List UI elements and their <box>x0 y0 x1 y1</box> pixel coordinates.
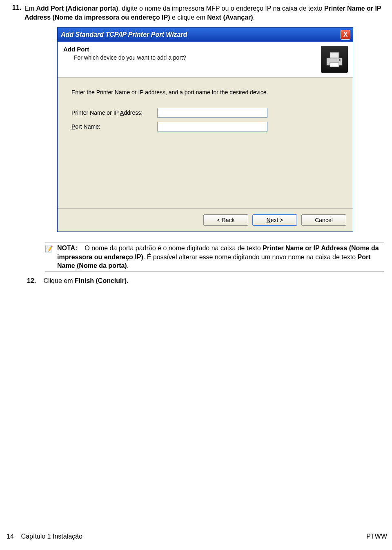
step-12: 12. Clique em Finish (Concluir). <box>27 277 388 285</box>
wizard-header-title: Add Port <box>63 46 347 53</box>
step-number: 12. <box>27 277 42 285</box>
field-printer-name: Printer Name or IP Address: <box>71 108 339 118</box>
wizard-header: Add Port For which device do you want to… <box>58 42 353 78</box>
note-icon: 📝 <box>45 244 57 270</box>
window-title: Add Standard TCP/IP Printer Port Wizard <box>61 31 187 38</box>
footer-right: PTWW <box>366 533 387 540</box>
cancel-button[interactable]: Cancel <box>301 214 346 226</box>
wizard-header-subtitle: For which device do you want to add a po… <box>74 54 347 61</box>
wizard-content: Enter the Printer Name or IP address, an… <box>58 78 353 208</box>
svg-point-3 <box>339 59 341 61</box>
port-name-input[interactable] <box>157 122 267 131</box>
next-button[interactable]: Next > <box>252 214 297 226</box>
port-name-label: Port Name: <box>71 123 157 130</box>
back-button[interactable]: < Back <box>203 214 248 226</box>
printer-icon <box>321 46 348 73</box>
titlebar: Add Standard TCP/IP Printer Port Wizard … <box>58 28 353 42</box>
printer-name-label: Printer Name or IP Address: <box>71 109 157 116</box>
page-footer: 14 Capítulo 1 Instalação PTWW <box>7 533 387 540</box>
footer-left: 14 Capítulo 1 Instalação <box>7 533 82 540</box>
step-11: 11. Em Add Port (Adicionar porta), digit… <box>4 4 388 22</box>
step-text: Em Add Port (Adicionar porta), digite o … <box>24 4 388 22</box>
note-block: 📝 NOTA: O nome da porta padrão é o nome … <box>45 243 384 272</box>
wizard-buttons: < Back Next > Cancel <box>58 208 353 232</box>
svg-rect-1 <box>330 52 339 58</box>
wizard-instruction: Enter the Printer Name or IP address, an… <box>71 89 339 96</box>
note-text: NOTA: O nome da porta padrão é o nome di… <box>57 244 384 270</box>
close-icon: X <box>343 31 348 38</box>
svg-rect-2 <box>330 63 339 67</box>
step-number: 11. <box>4 4 24 22</box>
field-port-name: Port Name: <box>71 122 339 131</box>
close-button[interactable]: X <box>341 30 350 40</box>
printer-name-input[interactable] <box>157 108 267 118</box>
wizard-dialog: Add Standard TCP/IP Printer Port Wizard … <box>57 27 353 232</box>
